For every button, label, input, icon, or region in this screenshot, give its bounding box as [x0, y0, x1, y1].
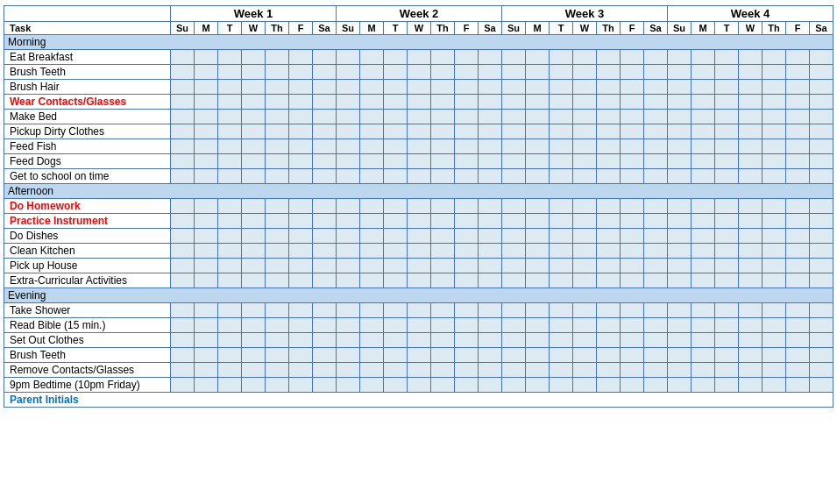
chore-cell[interactable] [266, 65, 289, 80]
chore-cell[interactable] [502, 214, 526, 229]
chore-cell[interactable] [337, 199, 360, 214]
chore-cell[interactable] [810, 95, 833, 110]
chore-cell[interactable] [763, 154, 786, 169]
chore-cell[interactable] [644, 80, 668, 95]
chore-cell[interactable] [479, 363, 502, 378]
chore-cell[interactable] [668, 124, 692, 139]
chore-cell[interactable] [763, 333, 786, 348]
chore-cell[interactable] [526, 363, 550, 378]
chore-cell[interactable] [763, 303, 786, 318]
chore-cell[interactable] [171, 363, 195, 378]
chore-cell[interactable] [195, 273, 218, 288]
chore-cell[interactable] [763, 50, 786, 65]
chore-cell[interactable] [573, 110, 597, 124]
chore-cell[interactable] [384, 214, 408, 229]
chore-cell[interactable] [715, 154, 739, 169]
chore-cell[interactable] [455, 244, 479, 259]
chore-cell[interactable] [479, 378, 502, 393]
chore-cell[interactable] [763, 363, 786, 378]
chore-cell[interactable] [242, 110, 266, 124]
chore-cell[interactable] [763, 65, 786, 80]
chore-cell[interactable] [526, 333, 550, 348]
chore-cell[interactable] [337, 363, 360, 378]
chore-cell[interactable] [408, 348, 431, 363]
chore-cell[interactable] [526, 259, 550, 273]
chore-cell[interactable] [218, 154, 242, 169]
chore-cell[interactable] [502, 229, 526, 244]
chore-cell[interactable] [289, 259, 313, 273]
chore-cell[interactable] [313, 214, 337, 229]
chore-cell[interactable] [479, 124, 502, 139]
chore-cell[interactable] [621, 244, 644, 259]
chore-cell[interactable] [171, 303, 195, 318]
chore-cell[interactable] [266, 80, 289, 95]
chore-cell[interactable] [289, 154, 313, 169]
chore-cell[interactable] [786, 363, 810, 378]
chore-cell[interactable] [810, 65, 833, 80]
chore-cell[interactable] [384, 50, 408, 65]
chore-cell[interactable] [218, 80, 242, 95]
chore-cell[interactable] [479, 95, 502, 110]
chore-cell[interactable] [313, 139, 337, 154]
chore-cell[interactable] [195, 110, 218, 124]
chore-cell[interactable] [502, 363, 526, 378]
chore-cell[interactable] [384, 273, 408, 288]
chore-cell[interactable] [195, 318, 218, 333]
chore-cell[interactable] [597, 50, 621, 65]
chore-cell[interactable] [479, 318, 502, 333]
chore-cell[interactable] [692, 378, 715, 393]
chore-cell[interactable] [810, 124, 833, 139]
chore-cell[interactable] [786, 139, 810, 154]
chore-cell[interactable] [621, 95, 644, 110]
chore-cell[interactable] [266, 244, 289, 259]
chore-cell[interactable] [384, 259, 408, 273]
chore-cell[interactable] [597, 259, 621, 273]
chore-cell[interactable] [810, 318, 833, 333]
chore-cell[interactable] [573, 154, 597, 169]
chore-cell[interactable] [502, 110, 526, 124]
chore-cell[interactable] [621, 378, 644, 393]
chore-cell[interactable] [431, 124, 455, 139]
chore-cell[interactable] [266, 348, 289, 363]
chore-cell[interactable] [384, 378, 408, 393]
chore-cell[interactable] [289, 80, 313, 95]
chore-cell[interactable] [621, 348, 644, 363]
chore-cell[interactable] [668, 363, 692, 378]
chore-cell[interactable] [739, 80, 763, 95]
chore-cell[interactable] [668, 303, 692, 318]
chore-cell[interactable] [550, 214, 573, 229]
chore-cell[interactable] [289, 110, 313, 124]
chore-cell[interactable] [408, 333, 431, 348]
chore-cell[interactable] [337, 80, 360, 95]
chore-cell[interactable] [573, 95, 597, 110]
chore-cell[interactable] [337, 273, 360, 288]
chore-cell[interactable] [621, 80, 644, 95]
chore-cell[interactable] [218, 318, 242, 333]
chore-cell[interactable] [715, 124, 739, 139]
chore-cell[interactable] [218, 348, 242, 363]
chore-cell[interactable] [408, 80, 431, 95]
chore-cell[interactable] [597, 124, 621, 139]
chore-cell[interactable] [668, 80, 692, 95]
chore-cell[interactable] [337, 259, 360, 273]
chore-cell[interactable] [715, 333, 739, 348]
chore-cell[interactable] [242, 259, 266, 273]
chore-cell[interactable] [668, 169, 692, 184]
chore-cell[interactable] [502, 244, 526, 259]
chore-cell[interactable] [550, 124, 573, 139]
chore-cell[interactable] [171, 65, 195, 80]
chore-cell[interactable] [597, 273, 621, 288]
chore-cell[interactable] [597, 110, 621, 124]
chore-cell[interactable] [337, 154, 360, 169]
chore-cell[interactable] [526, 65, 550, 80]
chore-cell[interactable] [810, 363, 833, 378]
chore-cell[interactable] [644, 244, 668, 259]
chore-cell[interactable] [266, 169, 289, 184]
chore-cell[interactable] [289, 333, 313, 348]
chore-cell[interactable] [715, 65, 739, 80]
chore-cell[interactable] [621, 259, 644, 273]
chore-cell[interactable] [715, 50, 739, 65]
chore-cell[interactable] [218, 199, 242, 214]
chore-cell[interactable] [171, 348, 195, 363]
chore-cell[interactable] [550, 199, 573, 214]
